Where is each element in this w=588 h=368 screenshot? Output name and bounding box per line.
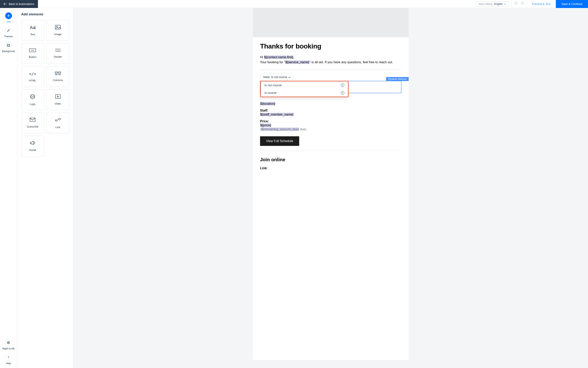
text-icon: Aa (30, 25, 35, 30)
top-bar: Back to Automations Now editing: English… (0, 0, 588, 8)
element-video[interactable]: Video (47, 89, 69, 110)
element-label: Video (55, 102, 61, 105)
rail-background[interactable]: Background (2, 42, 15, 53)
join-online-heading[interactable]: Join online (260, 157, 401, 162)
plus-icon (5, 12, 12, 19)
rail-background-label: Background (2, 50, 15, 53)
language-selector[interactable]: Now editing: English (475, 1, 509, 6)
redo-button[interactable] (521, 2, 524, 6)
element-text[interactable]: Aa Text (21, 20, 44, 41)
rail-themes[interactable]: Themes (4, 27, 13, 38)
preview-test-button[interactable]: Preview & Test (527, 0, 556, 8)
rail-help-label: Help (6, 362, 11, 365)
element-label: Text (30, 33, 35, 36)
back-arrow-icon (4, 3, 7, 5)
button-icon (29, 48, 36, 53)
view-schedule-button[interactable]: View Full Schedule (260, 136, 299, 146)
state-dropdown-trigger[interactable]: State: Is not course (260, 74, 294, 80)
dynamic-element-block[interactable]: ame} Dynamic element State: Is not cours… (253, 75, 409, 93)
hero-image-placeholder[interactable] (253, 8, 409, 37)
elements-panel: Add elements Aa Text Image Button (17, 8, 74, 368)
price-value[interactable]: ${price} (260, 124, 401, 127)
token-location: ${location} (260, 102, 275, 105)
element-image[interactable]: Image (47, 20, 69, 41)
state-label: State: Is not course (263, 75, 287, 79)
staff-value[interactable]: ${staff_member_name} (260, 113, 401, 116)
element-social[interactable]: Social (21, 136, 44, 156)
canvas[interactable]: Thanks for booking Hi ${contact.name.fir… (74, 8, 588, 368)
divider (260, 151, 401, 151)
element-label: Link (56, 126, 60, 129)
element-subscribe[interactable]: Subscribe (21, 112, 44, 133)
token-price: ${price} (260, 124, 271, 127)
element-label: Columns (53, 79, 63, 82)
rail-rtl-label: Right to left (2, 347, 15, 350)
staff-label[interactable]: Staff: (260, 109, 401, 112)
element-label: Image (54, 33, 62, 36)
rail-help[interactable]: ? Help (5, 354, 12, 365)
element-label: Subscribe (27, 125, 38, 128)
back-label: Back to Automations (9, 2, 34, 6)
element-html[interactable]: </> HTML (21, 66, 44, 87)
element-button[interactable]: Button (21, 43, 44, 64)
html-icon: </> (29, 72, 36, 76)
element-label: Logo (30, 102, 36, 106)
rail-themes-label: Themes (4, 35, 13, 38)
info-icon[interactable]: i (341, 91, 344, 95)
logo-icon (30, 94, 35, 100)
link-icon (55, 117, 60, 123)
confirmation-line[interactable]: Your booking for "${service_name}" is al… (260, 60, 401, 65)
element-link[interactable]: Link (47, 112, 69, 133)
save-continue-button[interactable]: Save & Continue (556, 0, 588, 8)
element-label: HTML (29, 79, 36, 82)
dynamic-selected-area[interactable]: State: Is not course Is not course i (260, 81, 401, 93)
element-logo[interactable]: Logo (21, 89, 44, 110)
rail-add[interactable]: Add (5, 12, 12, 23)
state-dropdown: Is not course i Is course i (260, 81, 349, 97)
greeting-line[interactable]: Hi ${contact.name.first}, (260, 55, 401, 60)
chevron-down-icon (288, 75, 290, 79)
editing-label: Now editing: (479, 2, 493, 5)
svg-rect-22 (30, 118, 35, 121)
envelope-icon (30, 118, 35, 122)
video-icon (55, 94, 60, 99)
svg-point-18 (30, 94, 35, 99)
price-label[interactable]: Price: (260, 120, 401, 123)
svg-rect-13 (58, 72, 61, 73)
left-rail: Add Themes Background Right to left ? He… (0, 8, 17, 368)
element-divider[interactable]: Divider (47, 43, 69, 64)
back-to-automations-button[interactable]: Back to Automations (0, 0, 38, 8)
location-value[interactable]: ${location} (260, 102, 401, 106)
element-label: Button (29, 55, 36, 58)
language-value: English (494, 2, 503, 5)
brush-icon (5, 27, 12, 34)
columns-icon (55, 72, 61, 76)
rail-rtl[interactable]: Right to left (2, 339, 15, 350)
pattern-icon (5, 42, 12, 49)
undo-button[interactable] (514, 2, 518, 6)
email-preview[interactable]: Thanks for booking Hi ${contact.name.fir… (253, 8, 409, 360)
state-option-is-not-course[interactable]: Is not course i (261, 82, 348, 89)
divider-icon (55, 49, 61, 53)
token-staff: ${staff_member_name} (260, 113, 294, 116)
element-columns[interactable]: Columns (47, 66, 69, 87)
svg-rect-21 (56, 95, 60, 99)
megaphone-icon (29, 141, 36, 146)
link-label[interactable]: Link: (260, 166, 401, 170)
email-heading[interactable]: Thanks for booking (260, 42, 401, 50)
element-label: Divider (54, 55, 62, 58)
token-amount-due: ${remaining_amount_due} (261, 128, 299, 131)
info-icon[interactable]: i (341, 83, 344, 87)
image-icon (55, 25, 61, 30)
dynamic-element-tag: Dynamic element (386, 77, 409, 81)
question-icon: ? (5, 354, 12, 361)
amount-due-line[interactable]: (${remaining_amount_due} due) (260, 128, 401, 131)
svg-point-3 (57, 26, 57, 27)
divider (260, 70, 401, 70)
token-service-name: ${service_name} (285, 60, 309, 64)
undo-redo-group (512, 0, 527, 8)
token-contact-first-name: ${contact.name.first} (264, 55, 294, 59)
state-option-is-course[interactable]: Is course i (261, 89, 348, 97)
globe-icon (5, 339, 12, 346)
element-label: Social (29, 148, 36, 151)
